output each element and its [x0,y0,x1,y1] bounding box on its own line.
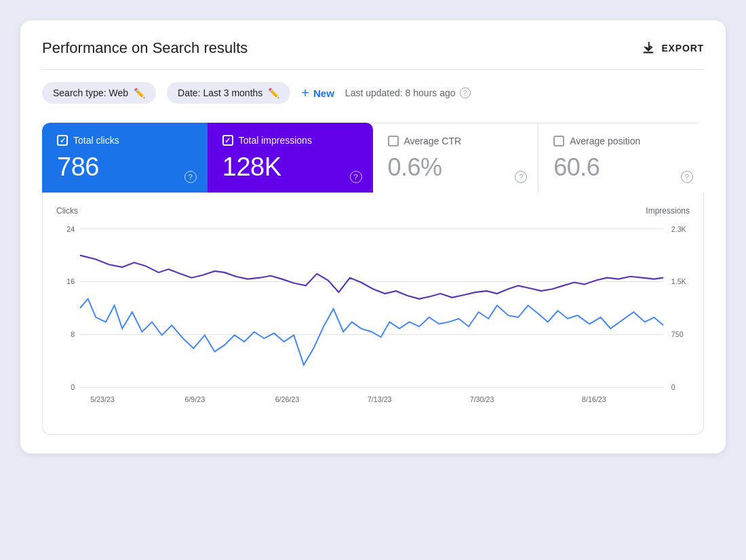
header-divider [42,69,704,70]
impressions-checkbox[interactable] [222,135,233,146]
svg-rect-0 [644,52,654,54]
clicks-help-icon[interactable]: ? [184,171,197,183]
ctr-value: 0.6% [388,153,524,182]
header-row: Performance on Search results EXPORT [42,39,704,57]
impressions-line [80,256,663,299]
svg-text:8: 8 [71,330,75,338]
export-label: EXPORT [661,43,704,54]
chart-svg: 24 16 8 0 2.3K 1.5K 750 0 5/23/23 [56,217,690,420]
svg-text:7/30/23: 7/30/23 [470,395,494,403]
chart-svg-wrapper: 24 16 8 0 2.3K 1.5K 750 0 5/23/23 [56,217,690,423]
chart-container: Clicks Impressions 24 16 8 0 2.3K 1.5K 7… [42,193,704,435]
svg-text:24: 24 [66,225,75,233]
metrics-row: Total clicks 786 ? Total impressions 128… [42,123,704,193]
left-axis-label: Clicks [56,206,78,216]
metric-impressions[interactable]: Total impressions 128K ? [208,123,373,193]
pencil-icon: ✏️ [134,87,145,98]
date-filter[interactable]: Date: Last 3 months ✏️ [167,82,290,104]
filter-row: Search type: Web ✏️ Date: Last 3 months … [42,82,704,104]
main-card: Performance on Search results EXPORT Sea… [20,20,726,454]
clicks-label-row: Total clicks [57,135,193,146]
impressions-label: Total impressions [239,135,312,146]
metric-position[interactable]: Average position 60.6 ? [538,123,704,193]
clicks-checkbox[interactable] [57,135,68,146]
impressions-help-icon[interactable]: ? [350,171,362,183]
svg-text:0: 0 [71,383,75,391]
search-type-filter[interactable]: Search type: Web ✏️ [42,82,156,104]
help-icon-filter[interactable]: ? [460,87,471,98]
impressions-value: 128K [222,153,358,182]
export-button[interactable]: EXPORT [641,41,704,56]
page-title: Performance on Search results [42,39,248,57]
search-type-label: Search type: Web [53,87,128,98]
clicks-line [80,299,663,365]
svg-text:1.5K: 1.5K [671,277,687,285]
position-label: Average position [570,136,640,146]
position-value: 60.6 [553,153,689,182]
new-button[interactable]: + New [301,85,334,101]
clicks-value: 786 [57,153,193,182]
svg-text:750: 750 [671,330,684,338]
position-label-row: Average position [553,136,689,146]
svg-text:6/9/23: 6/9/23 [184,395,205,403]
metric-clicks[interactable]: Total clicks 786 ? [42,123,208,193]
svg-text:0: 0 [671,383,675,391]
metric-ctr[interactable]: Average CTR 0.6% ? [373,123,539,193]
pencil-icon-date: ✏️ [268,87,279,98]
svg-text:8/16/23: 8/16/23 [582,395,606,403]
last-updated: Last updated: 8 hours ago ? [345,87,471,98]
new-label: New [313,87,334,99]
plus-icon: + [301,85,309,101]
date-label: Date: Last 3 months [178,87,262,98]
export-icon [641,41,656,56]
clicks-label: Total clicks [73,135,119,146]
position-checkbox[interactable] [553,136,564,146]
svg-text:16: 16 [66,277,75,285]
svg-text:6/26/23: 6/26/23 [275,395,300,403]
ctr-label-row: Average CTR [388,136,524,146]
impressions-label-row: Total impressions [222,135,358,146]
last-updated-text: Last updated: 8 hours ago [345,87,456,98]
svg-text:5/23/23: 5/23/23 [90,395,115,403]
ctr-help-icon[interactable]: ? [515,171,527,183]
right-axis-label: Impressions [646,206,690,216]
ctr-label: Average CTR [404,136,462,146]
svg-text:2.3K: 2.3K [671,225,687,233]
position-help-icon[interactable]: ? [681,171,693,183]
svg-text:7/13/23: 7/13/23 [368,395,392,403]
ctr-checkbox[interactable] [388,136,399,146]
